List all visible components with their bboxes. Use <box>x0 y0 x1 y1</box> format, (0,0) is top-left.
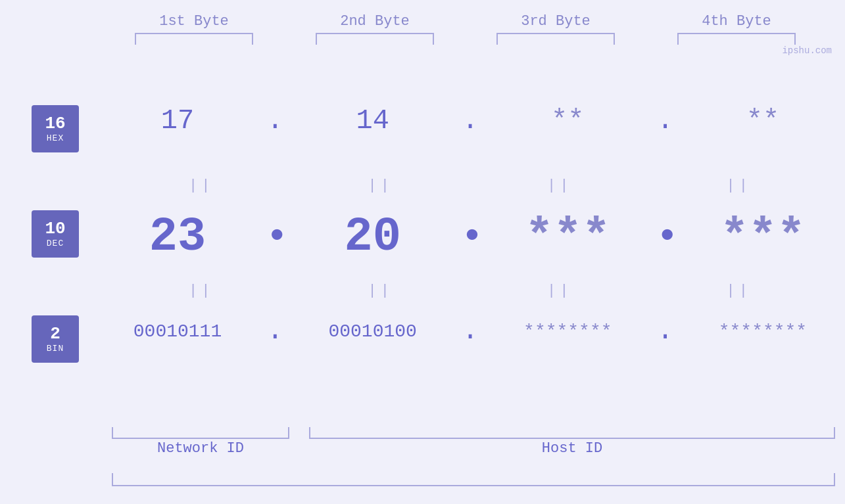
pipe-1-2: || <box>315 177 447 194</box>
host-id-label: Host ID <box>309 440 835 457</box>
hex-dot-1: . <box>265 105 285 137</box>
bin-badge-num: 2 <box>50 325 60 344</box>
bin-val-4: ******** <box>697 321 829 342</box>
bin-val-3: ******** <box>502 321 633 342</box>
bin-dot-3: . <box>656 315 675 347</box>
watermark: ipshu.com <box>782 45 832 56</box>
dec-dot-1: • <box>265 215 285 260</box>
pipe-2-1: || <box>135 283 267 299</box>
bin-dot-1: . <box>265 315 285 347</box>
dec-val-1: 23 <box>112 210 243 264</box>
pipe-2-3: || <box>494 283 625 299</box>
bracket-1 <box>135 33 253 45</box>
byte-header-1: 1st Byte <box>122 13 266 30</box>
top-brackets <box>104 33 827 45</box>
host-bracket <box>309 427 835 439</box>
dec-val-2: 20 <box>307 210 439 264</box>
byte-header-4: 4th Byte <box>664 13 809 30</box>
hex-val-3: ** <box>502 105 633 137</box>
id-labels: Network ID Host ID <box>112 440 835 457</box>
dec-val-3: *** <box>502 210 633 264</box>
hex-val-1: 17 <box>112 105 243 137</box>
hex-row: 17 . 14 . ** . ** <box>112 105 829 137</box>
main-container: 1st Byte 2nd Byte 3rd Byte 4th Byte 16 H… <box>0 0 845 504</box>
byte-header-3: 3rd Byte <box>483 13 628 30</box>
pipe-1-4: || <box>673 177 805 194</box>
pipe-1-1: || <box>135 177 267 194</box>
pipe-row-1: || || || || <box>112 177 829 194</box>
pipe-2-2: || <box>315 283 447 299</box>
pipe-row-2: || || || || <box>112 283 829 299</box>
dec-dot-2: • <box>460 215 480 260</box>
pipe-2-4: || <box>673 283 805 299</box>
hex-badge: 16 HEX <box>32 105 79 152</box>
hex-val-4: ** <box>697 105 829 137</box>
dec-val-4: *** <box>697 210 829 264</box>
dec-dot-3: • <box>656 215 675 260</box>
dec-badge-num: 10 <box>45 219 65 239</box>
pipe-1-3: || <box>494 177 625 194</box>
byte-header-2: 2nd Byte <box>302 13 447 30</box>
hex-dot-3: . <box>656 105 675 137</box>
network-bracket <box>112 427 289 439</box>
bracket-4 <box>677 33 796 45</box>
hex-badge-label: HEX <box>47 133 64 143</box>
network-id-label: Network ID <box>112 440 289 457</box>
dec-row: 23 • 20 • *** • *** <box>112 210 829 264</box>
bin-badge-label: BIN <box>47 344 64 354</box>
bin-badge: 2 BIN <box>32 315 79 363</box>
big-bracket <box>112 473 835 486</box>
bottom-brackets <box>112 427 835 439</box>
bin-row: 00010111 . 00010100 . ******** . *******… <box>112 315 829 347</box>
hex-badge-num: 16 <box>45 114 65 133</box>
hex-val-2: 14 <box>307 105 439 137</box>
bracket-3 <box>496 33 615 45</box>
bin-val-2: 00010100 <box>307 321 439 342</box>
hex-dot-2: . <box>460 105 480 137</box>
bracket-2 <box>316 33 434 45</box>
byte-headers: 1st Byte 2nd Byte 3rd Byte 4th Byte <box>104 13 827 30</box>
bin-dot-2: . <box>460 315 480 347</box>
dec-badge: 10 DEC <box>32 210 79 258</box>
dec-badge-label: DEC <box>47 239 64 248</box>
bin-val-1: 00010111 <box>112 321 243 342</box>
